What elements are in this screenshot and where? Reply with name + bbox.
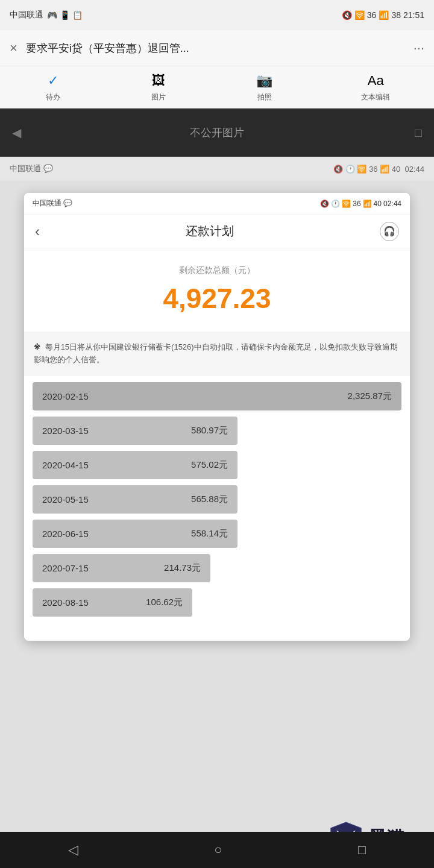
mute-icon: 🔇 bbox=[342, 10, 352, 20]
recent-nav-button[interactable]: □ bbox=[358, 842, 366, 858]
page-title: 要求平安i贷（平安普惠）退回管... bbox=[26, 41, 405, 55]
schedule-amount-1: 580.97元 bbox=[191, 425, 228, 436]
schedule-list: 2020-02-15 2,325.87元 2020-03-15 580.97元 … bbox=[24, 376, 410, 629]
overlay-3g: 36 bbox=[353, 200, 360, 208]
signal-icon: 📶 bbox=[379, 10, 389, 20]
notice-symbol: ※ bbox=[34, 342, 40, 351]
amount-section: 剩余还款总额（元） 4,927.23 bbox=[24, 248, 410, 332]
phone-overlay: 中国联通 💬 🔇 🕐 🛜 36 📶 40 02:44 ‹ 还款计划 🎧 剩余还款… bbox=[24, 193, 410, 641]
table-row: 2020-07-15 214.73元 bbox=[33, 554, 210, 582]
bg-carrier: 中国联通 💬 bbox=[10, 163, 53, 174]
battery-icon: 38 bbox=[391, 10, 401, 20]
wifi-icon: 🛜 bbox=[354, 10, 365, 20]
status-left: 中国联通 🎮 📱 📋 bbox=[10, 10, 83, 20]
todo-label: 待办 bbox=[46, 92, 60, 102]
table-row: 2020-03-15 580.97元 bbox=[33, 417, 237, 445]
table-row: 2020-05-15 565.88元 bbox=[33, 485, 237, 514]
schedule-date-0: 2020-02-15 bbox=[42, 391, 89, 401]
blurred-image-label: 不公开图片 bbox=[190, 125, 244, 140]
overlay-carrier: 中国联通 💬 bbox=[33, 198, 72, 209]
network-type: 36 bbox=[367, 10, 377, 20]
schedule-amount-5: 214.73元 bbox=[164, 562, 201, 574]
overlay-battery: 40 bbox=[374, 200, 382, 208]
photo-label: 拍照 bbox=[257, 92, 272, 102]
text-edit-label: 文本编辑 bbox=[361, 92, 390, 102]
camera-icon: 📷 bbox=[256, 72, 274, 90]
carrier-text: 中国联通 bbox=[10, 10, 43, 20]
back-button[interactable]: ‹ bbox=[35, 223, 40, 240]
amount-label: 剩余还款总额（元） bbox=[36, 265, 398, 276]
top-nav: × 要求平安i贷（平安普惠）退回管... ··· bbox=[0, 30, 434, 66]
toolbar: ✓ 待办 🖼 图片 📷 拍照 Aa 文本编辑 bbox=[0, 66, 434, 108]
bg-phone-bar: 中国联通 💬 🔇 🕐 🛜 36 📶 40 02:44 bbox=[0, 157, 434, 181]
toolbar-item-photo[interactable]: 📷 拍照 bbox=[256, 72, 274, 102]
toolbar-item-image[interactable]: 🖼 图片 bbox=[149, 72, 168, 102]
overlay-signal: 📶 bbox=[363, 200, 372, 208]
schedule-amount-2: 575.02元 bbox=[191, 459, 228, 471]
headset-icon: 🎧 bbox=[383, 225, 395, 237]
blurred-image-area: 不公开图片 bbox=[0, 108, 434, 157]
home-nav-button[interactable]: ○ bbox=[214, 842, 222, 858]
more-button[interactable]: ··· bbox=[414, 40, 424, 56]
schedule-date-6: 2020-08-15 bbox=[42, 597, 89, 608]
status-bar: 中国联通 🎮 📱 📋 🔇 🛜 36 📶 38 21:51 bbox=[0, 0, 434, 30]
overlay-status-right: 🔇 🕐 🛜 36 📶 40 02:44 bbox=[320, 200, 401, 208]
schedule-amount-4: 558.14元 bbox=[191, 528, 228, 539]
bottom-nav: ◁ ○ □ bbox=[0, 832, 434, 868]
notice-text: 每月15日将从你中国建设银行储蓄卡(1526)中自动扣取，请确保卡内金额充足，以… bbox=[34, 342, 398, 364]
table-row: 2020-06-15 558.14元 bbox=[33, 520, 237, 548]
table-row: 2020-04-15 575.02元 bbox=[33, 451, 237, 479]
schedule-date-4: 2020-06-15 bbox=[42, 529, 89, 539]
toolbar-item-text[interactable]: Aa 文本编辑 bbox=[361, 72, 390, 102]
table-row: 2020-08-15 106.62元 bbox=[33, 588, 192, 617]
status-right: 🔇 🛜 36 📶 38 21:51 bbox=[342, 10, 424, 20]
overlay-clock: 🕐 bbox=[331, 200, 340, 208]
schedule-amount-0: 2,325.87元 bbox=[348, 391, 392, 402]
overlay-title: 还款计划 bbox=[186, 223, 234, 239]
text-edit-icon: Aa bbox=[366, 72, 385, 90]
todo-icon: ✓ bbox=[44, 72, 62, 90]
carrier-icons: 🎮 📱 📋 bbox=[47, 10, 83, 20]
back-nav-button[interactable]: ◁ bbox=[68, 842, 78, 858]
image-icon: 🖼 bbox=[149, 72, 168, 90]
amount-value: 4,927.23 bbox=[36, 282, 398, 315]
schedule-date-2: 2020-04-15 bbox=[42, 460, 89, 470]
close-button[interactable]: × bbox=[10, 40, 17, 56]
schedule-date-5: 2020-07-15 bbox=[42, 563, 89, 573]
overlay-status-bar: 中国联通 💬 🔇 🕐 🛜 36 📶 40 02:44 bbox=[24, 193, 410, 215]
schedule-amount-6: 106.62元 bbox=[146, 597, 183, 608]
table-row: 2020-02-15 2,325.87元 bbox=[33, 382, 401, 410]
support-button[interactable]: 🎧 bbox=[380, 222, 399, 241]
time-display: 21:51 bbox=[403, 10, 424, 20]
overlay-mute: 🔇 bbox=[320, 200, 329, 208]
card-bottom-padding bbox=[24, 629, 410, 641]
toolbar-item-todo[interactable]: ✓ 待办 bbox=[44, 72, 62, 102]
schedule-amount-3: 565.88元 bbox=[191, 494, 228, 505]
bg-status-icons: 🔇 🕐 🛜 36 📶 40 02:44 bbox=[333, 165, 424, 174]
overlay-wifi: 🛜 bbox=[342, 200, 351, 208]
schedule-date-1: 2020-03-15 bbox=[42, 426, 89, 436]
notice-box: ※ 每月15日将从你中国建设银行储蓄卡(1526)中自动扣取，请确保卡内金额充足… bbox=[24, 332, 410, 376]
overlay-time: 02:44 bbox=[383, 200, 401, 208]
schedule-date-3: 2020-05-15 bbox=[42, 494, 89, 505]
image-label: 图片 bbox=[151, 92, 166, 102]
overlay-header: ‹ 还款计划 🎧 bbox=[24, 215, 410, 248]
